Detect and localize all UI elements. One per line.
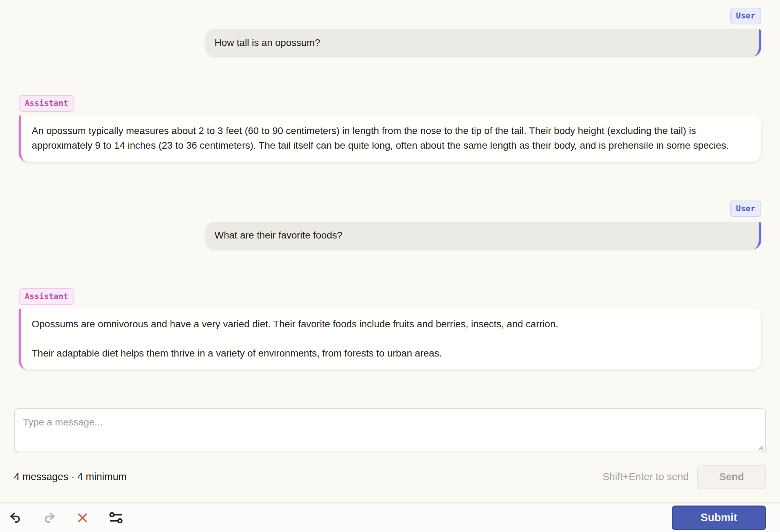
- assistant-message-text: An opossum typically measures about 2 to…: [32, 124, 751, 153]
- send-button[interactable]: Send: [697, 465, 766, 489]
- chat-transcript: User How tall is an opossum? Assistant A…: [0, 0, 780, 369]
- footer-toolbar: Submit: [0, 502, 780, 532]
- annotation-page: User How tall is an opossum? Assistant A…: [0, 0, 780, 532]
- composer-status-row: 4 messages · 4 minimum Shift+Enter to se…: [14, 465, 766, 489]
- role-badge-user: User: [730, 8, 761, 24]
- message-role-row: Assistant: [19, 288, 761, 305]
- submit-button[interactable]: Submit: [672, 506, 766, 530]
- message-role-row: User: [19, 8, 761, 24]
- assistant-message-bubble[interactable]: An opossum typically measures about 2 to…: [19, 115, 761, 162]
- redo-icon: [42, 511, 56, 525]
- undo-icon: [9, 511, 23, 525]
- message-input-wrap: [14, 408, 766, 454]
- send-shortcut-hint: Shift+Enter to send: [603, 471, 689, 483]
- role-badge-assistant: Assistant: [19, 95, 74, 112]
- undo-button[interactable]: [6, 508, 25, 527]
- assistant-message-text: Their adaptable diet helps them thrive i…: [32, 346, 751, 361]
- user-message-text: How tall is an opossum?: [214, 37, 320, 48]
- message-input[interactable]: [14, 408, 766, 452]
- redo-button[interactable]: [40, 508, 58, 527]
- user-message-text: What are their favorite foods?: [214, 230, 342, 241]
- sliders-icon: [109, 510, 123, 525]
- clear-button[interactable]: [73, 508, 92, 527]
- x-mark-icon: [76, 511, 89, 524]
- message-role-row: User: [19, 201, 761, 217]
- assistant-message-text: Opossums are omnivorous and have a very …: [32, 317, 751, 332]
- settings-button[interactable]: [107, 508, 125, 527]
- composer: 4 messages · 4 minimum Shift+Enter to se…: [0, 408, 780, 489]
- assistant-message-bubble[interactable]: Opossums are omnivorous and have a very …: [19, 308, 761, 369]
- message-role-row: Assistant: [19, 95, 761, 112]
- message-count-status: 4 messages · 4 minimum: [14, 471, 127, 483]
- role-badge-user: User: [730, 201, 761, 217]
- user-message-bubble[interactable]: How tall is an opossum?: [205, 29, 761, 57]
- role-badge-assistant: Assistant: [19, 288, 74, 305]
- user-message-bubble[interactable]: What are their favorite foods?: [205, 222, 761, 249]
